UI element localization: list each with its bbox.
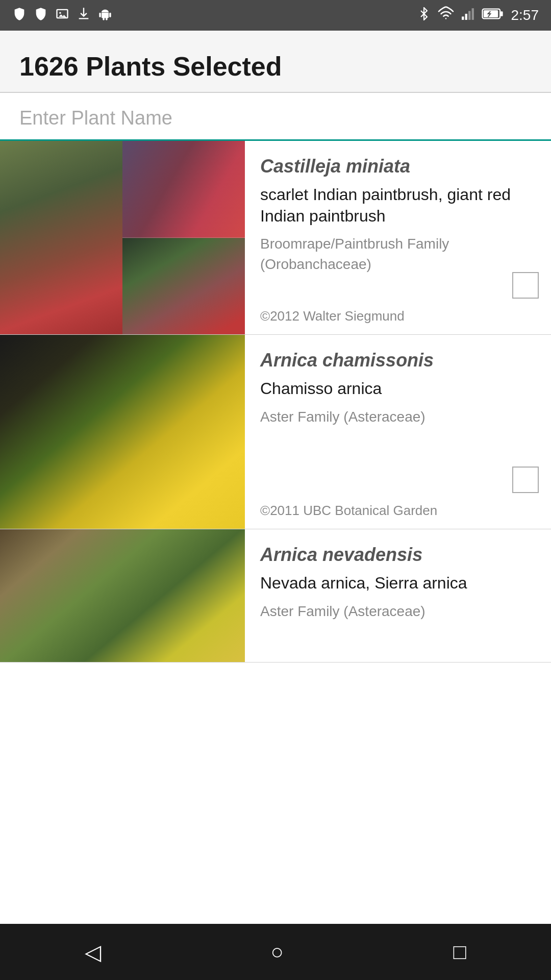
plant-image-main[interactable] xyxy=(0,529,245,662)
plant-item: Castilleja miniata scarlet Indian paintb… xyxy=(0,141,551,335)
plant-select-checkbox[interactable] xyxy=(512,272,539,299)
shield1-icon xyxy=(12,7,27,24)
home-button[interactable]: ○ xyxy=(271,940,284,964)
bottom-nav: ◁ ○ □ xyxy=(0,924,551,980)
plant-family: Aster Family (Asteraceae) xyxy=(260,407,537,427)
plant-image-main[interactable] xyxy=(0,141,122,334)
svg-rect-7 xyxy=(500,11,503,16)
plant-copyright: ©2012 Walter Siegmund xyxy=(260,303,537,324)
battery-icon xyxy=(482,7,504,23)
plant-scientific-name[interactable]: Castilleja miniata xyxy=(260,155,537,177)
status-bar: 2:57 xyxy=(0,0,551,31)
plant-image-grid xyxy=(0,335,245,529)
svg-point-1 xyxy=(59,12,61,14)
download-icon xyxy=(77,7,91,24)
status-time: 2:57 xyxy=(511,7,539,23)
image-icon xyxy=(55,7,69,24)
plant-select-checkbox[interactable] xyxy=(512,467,539,493)
plant-image-top[interactable] xyxy=(122,141,245,238)
search-container xyxy=(0,93,551,141)
plant-scientific-name[interactable]: Arnica nevadensis xyxy=(260,544,537,566)
main-content: 1626 Plants Selected Castilleja miniata … xyxy=(0,31,551,924)
plant-image-grid xyxy=(0,529,245,662)
plant-common-name: Nevada arnica, Sierra arnica xyxy=(260,573,537,594)
plant-scientific-name[interactable]: Arnica chamissonis xyxy=(260,349,537,371)
plant-item: Arnica chamissonis Chamisso arnica Aster… xyxy=(0,335,551,529)
plant-copyright: ©2011 UBC Botanical Garden xyxy=(260,498,537,519)
plant-image-grid xyxy=(0,141,245,334)
plant-info: Castilleja miniata scarlet Indian paintb… xyxy=(245,141,551,334)
shield2-icon xyxy=(34,7,48,24)
plant-common-name: scarlet Indian paintbrush, giant red Ind… xyxy=(260,184,537,227)
plant-common-name: Chamisso arnica xyxy=(260,378,537,400)
wifi-icon xyxy=(438,6,454,25)
bluetooth-icon xyxy=(417,7,431,23)
plant-family: Aster Family (Asteraceae) xyxy=(260,601,537,621)
plant-info: Arnica chamissonis Chamisso arnica Aster… xyxy=(245,335,551,529)
header: 1626 Plants Selected xyxy=(0,31,551,92)
back-button[interactable]: ◁ xyxy=(85,940,101,965)
recent-apps-button[interactable]: □ xyxy=(453,940,466,964)
svg-rect-4 xyxy=(468,11,470,20)
plant-list: Castilleja miniata scarlet Indian paintb… xyxy=(0,141,551,924)
svg-rect-2 xyxy=(462,16,464,20)
plant-item: Arnica nevadensis Nevada arnica, Sierra … xyxy=(0,529,551,663)
plant-family: Broomrape/Paintbrush Family (Orobanchace… xyxy=(260,234,537,274)
page-title: 1626 Plants Selected xyxy=(19,51,532,82)
svg-rect-5 xyxy=(471,8,473,20)
status-bar-right-icons: 2:57 xyxy=(417,6,539,25)
svg-rect-3 xyxy=(465,14,467,20)
search-input[interactable] xyxy=(19,93,532,139)
plant-info: Arnica nevadensis Nevada arnica, Sierra … xyxy=(245,529,551,662)
android-icon xyxy=(98,7,112,24)
plant-image-main[interactable] xyxy=(0,335,245,529)
status-bar-left-icons xyxy=(12,7,112,24)
plant-image-bottom[interactable] xyxy=(122,238,245,335)
signal-icon xyxy=(461,7,474,23)
